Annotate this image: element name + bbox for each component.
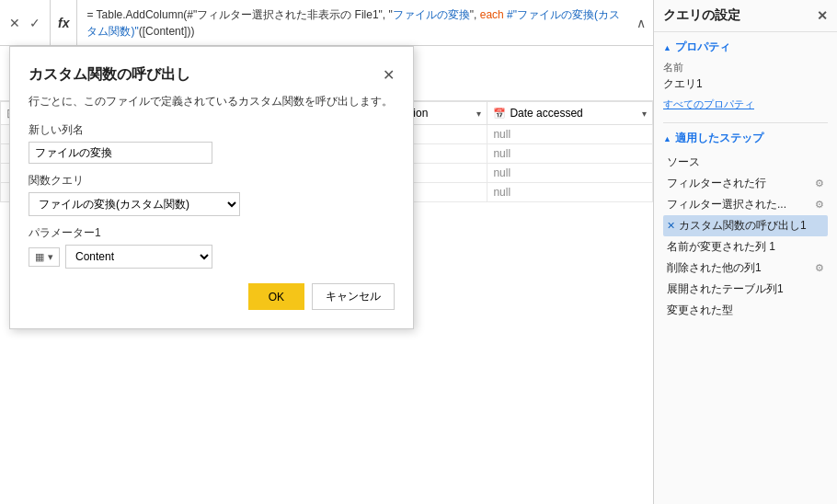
formula-bar: ✕ ✓ fx = Table.AddColumn(#"フィルター選択された非表示…: [0, 0, 653, 46]
col-date-filter[interactable]: ▾: [642, 109, 647, 119]
panel-title-bar: クエリの設定 ✕: [654, 0, 837, 32]
param-type-icon: ▦: [35, 251, 44, 263]
param-type-chevron: ▾: [48, 251, 53, 263]
row4-date: null: [487, 183, 653, 202]
step-custom-function[interactable]: ✕ カスタム関数の呼び出し1: [663, 215, 828, 236]
param1-select[interactable]: Content: [65, 245, 212, 269]
properties-section-title: プロパティ: [663, 40, 828, 55]
col-ext-filter[interactable]: ▾: [476, 109, 481, 119]
step-custom-function-name: カスタム関数の呼び出し1: [679, 218, 824, 234]
dialog-title: カスタム関数の呼び出し: [29, 65, 190, 85]
param1-label: パラメーター1: [29, 225, 395, 241]
step-filter-selected-name: フィルター選択された...: [667, 197, 815, 212]
main-area: ✕ ✓ fx = Table.AddColumn(#"フィルター選択された非表示…: [0, 0, 653, 504]
right-panel: クエリの設定 ✕ プロパティ 名前 クエリ1 すべてのプロパティ 適用したステッ…: [653, 0, 837, 504]
panel-close-button[interactable]: ✕: [817, 8, 828, 23]
steps-section: 適用したステップ ソース フィルターされた行 ⚙ フィルター選択された... ⚙…: [654, 123, 837, 328]
all-properties-link[interactable]: すべてのプロパティ: [663, 97, 828, 111]
row2-date: null: [487, 144, 653, 164]
function-query-label: 関数クエリ: [29, 173, 395, 189]
step-removed-cols-gear[interactable]: ⚙: [815, 262, 824, 274]
step-expanded-table[interactable]: 展開されたテーブル列1: [663, 279, 828, 300]
step-source-name: ソース: [667, 155, 824, 170]
dialog-title-bar: カスタム関数の呼び出し ✕: [29, 65, 395, 85]
col-header-date[interactable]: 📅 Date accessed ▾: [487, 102, 653, 125]
step-removed-cols-name: 削除された他の列1: [667, 260, 815, 276]
step-source[interactable]: ソース: [663, 152, 828, 173]
new-column-label: 新しい列名: [29, 122, 395, 138]
name-field-label: 名前: [663, 61, 828, 74]
check-icon[interactable]: ✓: [28, 16, 42, 30]
cancel-button[interactable]: キャンセル: [312, 283, 395, 310]
step-changed-type[interactable]: 変更された型: [663, 300, 828, 321]
step-filter-selected[interactable]: フィルター選択された... ⚙: [663, 194, 828, 215]
formula-expand-icon[interactable]: ∧: [629, 16, 653, 30]
step-filtered-rows-gear[interactable]: ⚙: [815, 178, 824, 189]
new-column-input[interactable]: [29, 142, 212, 164]
step-renamed-cols-name: 名前が変更された列 1: [667, 239, 824, 255]
ok-button[interactable]: OK: [248, 283, 304, 310]
step-active-icon: ✕: [667, 220, 675, 232]
step-removed-cols[interactable]: 削除された他の列1 ⚙: [663, 258, 828, 279]
formula-bar-icons: ✕ ✓: [0, 0, 51, 45]
step-expanded-table-name: 展開されたテーブル列1: [667, 281, 824, 297]
name-field-value: クエリ1: [663, 76, 828, 92]
formula-text[interactable]: = Table.AddColumn(#"フィルター選択された非表示の File1…: [77, 3, 629, 43]
col-date-label: Date accessed: [510, 107, 582, 120]
step-filter-selected-gear[interactable]: ⚙: [815, 199, 824, 211]
step-filtered-rows-name: フィルターされた行: [667, 176, 815, 191]
dialog-footer: OK キャンセル: [29, 283, 395, 310]
step-changed-type-name: 変更された型: [667, 303, 824, 318]
close-icon[interactable]: ✕: [7, 16, 22, 30]
dialog-close-button[interactable]: ✕: [383, 66, 395, 84]
custom-function-dialog: カスタム関数の呼び出し ✕ 行ごとに、このファイルで定義されているカスタム関数を…: [9, 46, 414, 329]
param-type-button[interactable]: ▦ ▾: [29, 247, 60, 267]
row3-date: null: [487, 164, 653, 183]
dialog-description: 行ごとに、このファイルで定義されているカスタム関数を呼び出します。: [29, 94, 395, 109]
row1-date: null: [487, 125, 653, 144]
fx-label: fx: [51, 0, 77, 45]
param1-row: ▦ ▾ Content: [29, 245, 395, 269]
function-query-select[interactable]: ファイルの変換(カスタム関数): [29, 192, 240, 216]
panel-title: クエリの設定: [663, 7, 740, 24]
function-query-wrap: ファイルの変換(カスタム関数): [29, 192, 395, 216]
step-renamed-cols[interactable]: 名前が変更された列 1: [663, 236, 828, 258]
steps-section-title: 適用したステップ: [663, 131, 828, 146]
step-filtered-rows[interactable]: フィルターされた行 ⚙: [663, 173, 828, 194]
date-col-icon: 📅: [493, 108, 506, 120]
properties-section: プロパティ 名前 クエリ1 すべてのプロパティ: [654, 32, 837, 122]
